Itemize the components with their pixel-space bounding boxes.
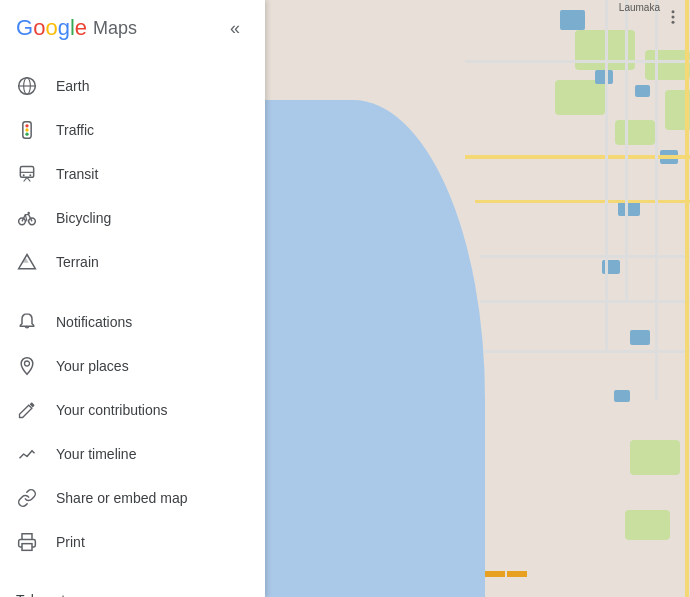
- map-area[interactable]: Laumaka: [265, 0, 690, 597]
- menu-item-traffic[interactable]: Traffic: [0, 108, 265, 152]
- blue-block-3: [635, 85, 650, 97]
- traffic-icon: [16, 119, 38, 141]
- take-tour-label: Take a tour: [16, 592, 85, 597]
- help-section: Take a tour Language 羺言 Tips and tricks …: [0, 576, 265, 597]
- map-more-options-button[interactable]: [661, 5, 685, 29]
- logo-g: G: [16, 15, 33, 40]
- road-v4: [625, 0, 628, 300]
- menu-item-terrain[interactable]: Terrain: [0, 240, 265, 284]
- svg-point-4: [25, 124, 28, 127]
- menu-item-bicycling[interactable]: Bicycling: [0, 196, 265, 240]
- svg-point-14: [29, 218, 36, 225]
- sidebar-header: Google Maps «: [0, 0, 265, 52]
- logo-o2: o: [45, 15, 57, 40]
- svg-point-6: [25, 133, 28, 136]
- menu-item-share-embed[interactable]: Share or embed map: [0, 476, 265, 520]
- sidebar: Google Maps « Earth: [0, 0, 265, 597]
- share-embed-label: Share or embed map: [56, 490, 188, 506]
- road-h5: [483, 350, 690, 353]
- menu-item-transit[interactable]: Transit: [0, 152, 265, 196]
- print-icon: [16, 531, 38, 553]
- svg-point-12: [29, 174, 31, 176]
- bicycling-icon: [16, 207, 38, 229]
- terrain-icon: [16, 251, 38, 273]
- blue-block-8: [630, 330, 650, 345]
- green-area-3: [555, 80, 605, 115]
- svg-point-22: [672, 21, 675, 24]
- map-layers-section: Earth Traffic: [0, 60, 265, 288]
- pin-icon: [16, 355, 38, 377]
- green-area-4: [615, 120, 655, 145]
- your-contributions-label: Your contributions: [56, 402, 168, 418]
- scale-segment-2: [507, 571, 527, 577]
- menu-item-your-contributions[interactable]: Your contributions: [0, 388, 265, 432]
- map-background: Laumaka: [265, 0, 690, 597]
- logo-maps-text: Maps: [93, 18, 137, 39]
- menu-item-notifications[interactable]: Notifications: [0, 300, 265, 344]
- traffic-label: Traffic: [56, 122, 94, 138]
- collapse-button[interactable]: «: [221, 14, 249, 42]
- green-area-2: [645, 50, 690, 80]
- edit-icon: [16, 399, 38, 421]
- menu-item-earth[interactable]: Earth: [0, 64, 265, 108]
- svg-point-15: [27, 212, 30, 215]
- menu-item-your-timeline[interactable]: Your timeline: [0, 432, 265, 476]
- svg-point-18: [25, 361, 30, 366]
- link-icon: [16, 487, 38, 509]
- blue-block-1: [560, 10, 585, 30]
- logo-o1: o: [33, 15, 45, 40]
- road-h4: [480, 300, 690, 303]
- your-places-label: Your places: [56, 358, 129, 374]
- logo-g2: g: [58, 15, 70, 40]
- map-location-label: Laumaka: [619, 2, 660, 13]
- tools-section: Notifications Your places Your contribut…: [0, 296, 265, 568]
- print-label: Print: [56, 534, 85, 550]
- svg-rect-19: [22, 544, 32, 551]
- road-v1: [605, 0, 608, 350]
- menu-item-your-places[interactable]: Your places: [0, 344, 265, 388]
- menu-item-print[interactable]: Print: [0, 520, 265, 564]
- earth-icon: [16, 75, 38, 97]
- logo-e: e: [75, 15, 87, 40]
- bicycling-label: Bicycling: [56, 210, 111, 226]
- green-area-7: [625, 510, 670, 540]
- your-timeline-label: Your timeline: [56, 446, 136, 462]
- road-h3: [480, 255, 690, 258]
- water-area: [265, 100, 485, 597]
- menu-item-take-tour[interactable]: Take a tour: [0, 580, 265, 597]
- road-v2: [655, 0, 658, 400]
- bell-icon: [16, 311, 38, 333]
- svg-point-21: [672, 16, 675, 19]
- blue-block-2: [595, 70, 613, 84]
- scale-bar: [485, 571, 527, 577]
- svg-point-5: [25, 128, 28, 131]
- green-area-6: [630, 440, 680, 475]
- svg-point-13: [19, 218, 26, 225]
- blue-block-9: [614, 390, 630, 402]
- road-v3: [685, 0, 689, 597]
- notifications-label: Notifications: [56, 314, 132, 330]
- svg-point-11: [23, 174, 25, 176]
- terrain-label: Terrain: [56, 254, 99, 270]
- transit-label: Transit: [56, 166, 98, 182]
- transit-icon: [16, 163, 38, 185]
- svg-point-20: [672, 10, 675, 13]
- scale-segment-1: [485, 571, 505, 577]
- timeline-icon: [16, 443, 38, 465]
- earth-label: Earth: [56, 78, 89, 94]
- logo: Google Maps: [16, 15, 137, 41]
